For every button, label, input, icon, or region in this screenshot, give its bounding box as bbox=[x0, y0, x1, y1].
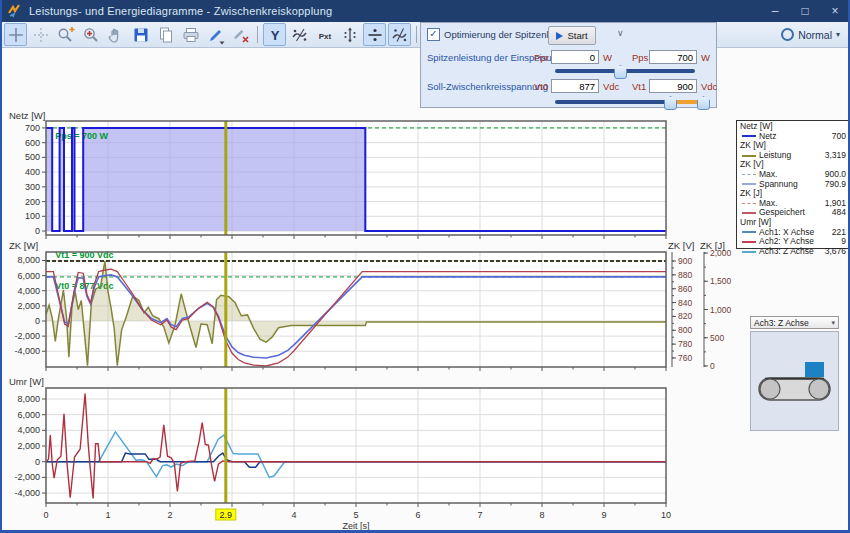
erase-pencil-icon bbox=[231, 25, 251, 45]
svg-text:6: 6 bbox=[415, 510, 420, 520]
app-window: { "window": { "title": "Leistungs- und E… bbox=[0, 0, 850, 533]
svg-text:-4,000: -4,000 bbox=[14, 346, 40, 356]
legend-value: 790.9 bbox=[825, 180, 846, 190]
legend-swatch bbox=[742, 251, 756, 253]
roller-left bbox=[760, 379, 780, 399]
legend-label: Max. bbox=[759, 199, 825, 209]
axis-selector-combo[interactable]: Ach3: Z Achse ▾ bbox=[750, 316, 839, 329]
svg-text:-4,000: -4,000 bbox=[14, 488, 40, 498]
toolbar-pointer-cross-dashed-button[interactable] bbox=[29, 23, 52, 46]
toolbar-pointer-cross-button[interactable] bbox=[4, 23, 27, 46]
svg-text:-2,000: -2,000 bbox=[14, 472, 40, 482]
toolbar-percent-wave-button[interactable] bbox=[388, 23, 411, 46]
chevron-down-icon: ▾ bbox=[836, 30, 840, 39]
app-icon bbox=[8, 4, 22, 18]
toolbar-separator bbox=[416, 26, 417, 43]
vt0-label: Vt0 bbox=[534, 81, 548, 92]
optimize-checkbox[interactable]: ✓ bbox=[427, 28, 440, 41]
legend-label: Spannung bbox=[759, 180, 825, 190]
svg-text:900: 900 bbox=[678, 256, 692, 266]
legend-item: Max.1,901 bbox=[740, 199, 846, 209]
vt0-input[interactable] bbox=[551, 79, 599, 93]
legend-swatch bbox=[742, 203, 756, 204]
ppr-label: Ppr bbox=[534, 52, 549, 63]
svg-text:8,000: 8,000 bbox=[17, 394, 40, 404]
collapse-chevron-icon[interactable]: ∨ bbox=[617, 28, 624, 38]
svg-text:10: 10 bbox=[661, 510, 671, 520]
chart-zk[interactable]: -4,000-2,00002,0004,0006,0008,000Vt1 = 9… bbox=[2, 240, 732, 386]
svg-text:600: 600 bbox=[25, 138, 40, 148]
toolbar-split-vertical-button[interactable] bbox=[338, 23, 361, 46]
legend-value: 484 bbox=[832, 208, 846, 218]
view-mode-dropdown[interactable]: Normal ▾ bbox=[781, 28, 840, 41]
pps-unit: W bbox=[701, 52, 710, 63]
toolbar-divide-axes-button[interactable] bbox=[363, 23, 386, 46]
toolbar-y-axis-toggle-button[interactable]: Y bbox=[263, 23, 286, 46]
svg-text:300: 300 bbox=[25, 182, 40, 192]
y-axis-toggle-icon: Y bbox=[265, 25, 285, 45]
chart-title: Netz [W] bbox=[9, 110, 45, 121]
pps-slider-thumb[interactable] bbox=[614, 65, 627, 79]
legend-value: 700 bbox=[832, 132, 846, 142]
svg-text:4,000: 4,000 bbox=[17, 425, 40, 435]
svg-text:Y: Y bbox=[270, 28, 279, 43]
chart-title: Umr [W] bbox=[9, 376, 44, 387]
close-button[interactable]: × bbox=[820, 0, 850, 22]
svg-text:2: 2 bbox=[167, 510, 172, 520]
maximize-button[interactable]: □ bbox=[790, 0, 820, 22]
vt0-slider-thumb[interactable] bbox=[664, 96, 677, 110]
start-label: Start bbox=[567, 30, 587, 41]
svg-text:0: 0 bbox=[43, 510, 48, 520]
ppr-input[interactable] bbox=[551, 50, 599, 64]
optimization-panel: ✓ Optimierung der Spitzenleistung Start … bbox=[420, 22, 717, 108]
percent-wave-icon bbox=[390, 25, 410, 45]
start-button[interactable]: Start bbox=[548, 26, 596, 45]
legend-label: Ach1: X Achse bbox=[759, 228, 832, 238]
svg-text:ZK [V]: ZK [V] bbox=[668, 240, 694, 251]
legend-panel: Netz [W]Netz700ZK [W]Leistung3,319ZK [V]… bbox=[736, 120, 850, 249]
title-bar: Leistungs- und Energiediagramme - Zwisch… bbox=[0, 0, 850, 22]
legend-label: Max. bbox=[759, 170, 825, 180]
chart-umr[interactable]: -4,000-2,00002,0004,0006,0008,000Umr [W]… bbox=[2, 376, 732, 532]
toolbar-zoom-selection-button[interactable] bbox=[79, 23, 102, 46]
window-title: Leistungs- und Energiediagramme - Zwisch… bbox=[29, 5, 332, 17]
legend-swatch bbox=[742, 155, 756, 157]
svg-text:2,000: 2,000 bbox=[17, 441, 40, 451]
svg-text:2,000: 2,000 bbox=[17, 301, 40, 311]
toolbar-print-button[interactable] bbox=[179, 23, 202, 46]
toolbar-draw-pencil-button[interactable] bbox=[204, 23, 227, 46]
zoom-selection-icon bbox=[81, 25, 101, 45]
roller-right bbox=[809, 379, 829, 399]
toolbar-erase-pencil-button[interactable] bbox=[229, 23, 252, 46]
vt0-unit: Vdc bbox=[603, 81, 619, 92]
svg-text:1,500: 1,500 bbox=[710, 276, 732, 286]
chart-netz[interactable]: 0100200300400500600700Pps = 700 WNetz [W… bbox=[2, 110, 732, 250]
svg-text:6,000: 6,000 bbox=[17, 271, 40, 281]
svg-text:Pxt: Pxt bbox=[318, 31, 331, 40]
legend-label: Leistung bbox=[759, 151, 825, 161]
svg-text:1,000: 1,000 bbox=[710, 305, 732, 315]
svg-text:400: 400 bbox=[25, 167, 40, 177]
axis-selector-label: Ach3: Z Achse bbox=[754, 318, 809, 328]
minimize-button[interactable]: – bbox=[760, 0, 790, 22]
conveyor-illustration bbox=[751, 332, 838, 430]
svg-text:6,000: 6,000 bbox=[17, 410, 40, 420]
toolbar-save-button[interactable] bbox=[129, 23, 152, 46]
svg-text:0: 0 bbox=[710, 361, 715, 371]
vt1-unit: Vdc bbox=[701, 81, 717, 92]
machine-preview-panel bbox=[750, 331, 839, 431]
vt1-slider-thumb[interactable] bbox=[697, 96, 710, 110]
svg-text:4,000: 4,000 bbox=[17, 286, 40, 296]
toolbar-pxt-label-button[interactable]: Pxt bbox=[313, 23, 336, 46]
pps-label: Pps bbox=[632, 52, 648, 63]
divide-axes-icon bbox=[365, 25, 385, 45]
toolbar-pan-hand-button[interactable] bbox=[104, 23, 127, 46]
toolbar-percent-scale-button[interactable] bbox=[288, 23, 311, 46]
pps-input[interactable] bbox=[649, 50, 697, 64]
vt1-input[interactable] bbox=[649, 79, 697, 93]
toolbar-zoom-in-button[interactable] bbox=[54, 23, 77, 46]
legend-label: Ach3: Z Achse bbox=[759, 247, 825, 257]
toolbar-copy-button[interactable] bbox=[154, 23, 177, 46]
svg-text:100: 100 bbox=[25, 211, 40, 221]
legend-item: Ach1: X Achse221 bbox=[740, 228, 846, 238]
